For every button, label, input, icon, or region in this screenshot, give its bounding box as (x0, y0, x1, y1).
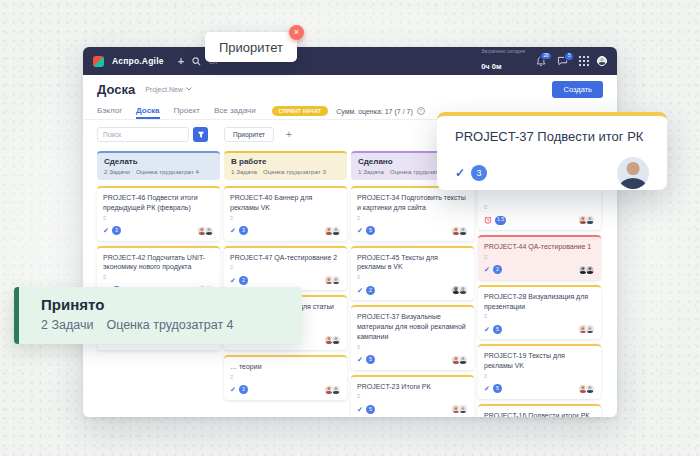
messages-badge: 5 (564, 52, 574, 61)
task-card-title: PROJECT-45 Тексты для рекламы в VK (357, 253, 468, 273)
messages-button[interactable]: 5 (557, 56, 568, 66)
estimate-badge: 3 (112, 226, 121, 235)
tab-доска[interactable]: Доска (136, 103, 159, 119)
description-icon: ≡ (357, 393, 468, 399)
add-filter-button[interactable]: + (286, 130, 292, 140)
app-window: Аспро.Agile + Сп Затрачено сегодня 0ч 0м… (83, 47, 617, 417)
help-icon[interactable]: ? (417, 107, 425, 115)
check-icon: ✓ (230, 277, 236, 284)
task-card-status: ✓ 5 (484, 325, 502, 334)
create-button[interactable]: Создать (552, 81, 603, 98)
assignee-avatars (578, 215, 595, 225)
task-card[interactable]: … теории ≡ ✓ 3 (224, 355, 347, 400)
assignee-avatars (578, 384, 595, 394)
accepted-column-popup: Принято 2 Задачи Оценка трудозатрат 4 (14, 287, 302, 344)
task-card[interactable]: ≡ ✓ 1.5 (478, 186, 601, 230)
task-card[interactable]: PROJECT-37 Визуальные материалы для ново… (351, 305, 474, 369)
avatar (585, 384, 595, 394)
assignee-avatars (324, 226, 341, 236)
page-title: Доска (97, 82, 135, 97)
avatar (458, 226, 468, 236)
column-cards: PROJECT-34 Подготовить тексты и картинки… (351, 186, 474, 417)
task-card-status: ✓ 1.5 (484, 216, 506, 225)
notifications-badge: 28 (540, 52, 552, 61)
avatar (204, 226, 214, 236)
task-card-footer: ✓ 2 (230, 275, 341, 285)
column-header[interactable]: В работе 1 Задача Оценка трудозатрат 3 (224, 151, 347, 180)
assignee-avatars (197, 226, 214, 236)
check-icon: ✓ (230, 227, 236, 234)
task-card-title: PROJECT-42 Подсчитать UNIT-экономику нов… (103, 253, 214, 273)
estimate-badge: 3 (239, 226, 248, 235)
avatar (585, 215, 595, 225)
task-card[interactable]: PROJECT-34 Подготовить тексты и картинки… (351, 186, 474, 241)
estimate-badge: 5 (366, 405, 375, 414)
description-icon: ≡ (103, 215, 214, 221)
time-tracker-value: 0ч 0м (481, 62, 501, 71)
notifications-button[interactable]: 28 (536, 56, 546, 67)
description-icon: ≡ (230, 374, 341, 380)
column-meta: 2 Задачи Оценка трудозатрат 4 (104, 168, 213, 175)
add-icon[interactable]: + (178, 56, 184, 67)
search-input[interactable] (97, 127, 189, 142)
column-task-count: 1 Задача (231, 168, 257, 175)
project-select[interactable]: Project.New (145, 86, 192, 93)
task-card[interactable]: PROJECT-45 Тексты для рекламы в VK ≡ ✓ 2 (351, 246, 474, 301)
close-icon[interactable]: × (289, 25, 304, 40)
task-card[interactable]: PROJECT-19 Тексты для рекламы VK ≡ ✓ 5 (478, 344, 601, 399)
priority-filter-chip[interactable]: Приоритет (224, 127, 274, 142)
task-card[interactable]: PROJECT-28 Визуализация для презентации … (478, 285, 601, 340)
avatar (458, 285, 468, 295)
task-card-status: ✓ 5 (357, 355, 375, 364)
tab-бэклог[interactable]: Бэклог (97, 103, 122, 119)
tab-все-задачи[interactable]: Все задачи (214, 103, 256, 119)
tab-проект[interactable]: Проект (174, 103, 200, 119)
column-cards: ≡ ✓ 1.5 PROJECT-44 QA-тестирование 1 ≡ ✓… (478, 186, 601, 417)
task-card-status: ✓ 5 (484, 384, 502, 393)
estimate-badge: 2 (366, 286, 375, 295)
task-card-status: ✓ 2 (357, 286, 375, 295)
user-avatar[interactable] (597, 56, 607, 66)
column-header[interactable]: Сделать 2 Задачи Оценка трудозатрат 4 (97, 151, 220, 180)
task-card-popup[interactable]: PROJECT-37 Подвести итог РК ✓ 3 (437, 112, 667, 190)
accepted-estimate: Оценка трудозатрат 4 (106, 318, 233, 332)
board-header: Доска Project.New Создать (83, 75, 617, 103)
task-card[interactable]: PROJECT-23 Итоги РК ≡ ✓ 5 (351, 375, 474, 417)
app-logo-icon (93, 56, 104, 67)
check-icon: ✓ (484, 266, 490, 273)
task-card-title: PROJECT-40 Баннер для рекламы VK (230, 193, 341, 213)
description-icon: ≡ (230, 264, 341, 270)
column-task-count: 1 Задача (358, 168, 384, 175)
time-tracker-label: Затрачено сегодня (481, 48, 525, 54)
filter-button[interactable] (193, 127, 208, 142)
task-card[interactable]: PROJECT-46 Подвести итоги предыдущей РК … (97, 186, 220, 241)
task-card[interactable]: PROJECT-47 QA-тестирование 2 ≡ ✓ 2 (224, 246, 347, 291)
accepted-popup-meta: 2 Задачи Оценка трудозатрат 4 (41, 318, 280, 332)
task-card-footer: ✓ 1.5 (484, 215, 595, 225)
accepted-task-count: 2 Задачи (41, 318, 93, 332)
assignee-avatars (578, 324, 595, 334)
task-card-status: ✓ 3 (230, 226, 248, 235)
column-meta: 1 Задача Оценка трудозатрат 3 (231, 168, 340, 175)
task-card-footer: ✓ 3 (230, 226, 341, 236)
accepted-popup-title: Принято (41, 296, 280, 313)
avatar (585, 324, 595, 334)
estimate-badge: 3 (471, 165, 487, 181)
app-logo-text: Аспро.Agile (112, 56, 164, 66)
task-card[interactable]: PROJECT-40 Баннер для рекламы VK ≡ ✓ 3 (224, 186, 347, 241)
task-card[interactable]: PROJECT-16 Подвести итоги РК ≡ ✓ (478, 404, 601, 417)
task-card[interactable]: PROJECT-44 QA-тестирование 1 ≡ ✓ 2 (478, 235, 601, 280)
search-icon[interactable] (192, 57, 201, 66)
apps-grid-icon[interactable] (579, 56, 589, 66)
task-card-footer: ✓ 2 (484, 265, 595, 275)
task-card-title: PROJECT-28 Визуализация для презентации (484, 292, 595, 312)
assignee-avatars (324, 385, 341, 395)
assignee-avatars (451, 226, 468, 236)
time-tracker[interactable]: Затрачено сегодня 0ч 0м (481, 48, 525, 73)
column-estimate: Оценка трудозатрат 3 (263, 168, 326, 175)
avatar (331, 335, 341, 345)
sprint-status-badge: СПРИНТ НАЧАТ (272, 106, 329, 116)
description-icon: ≡ (484, 254, 595, 260)
funnel-icon (197, 131, 205, 139)
description-icon: ≡ (484, 204, 595, 210)
